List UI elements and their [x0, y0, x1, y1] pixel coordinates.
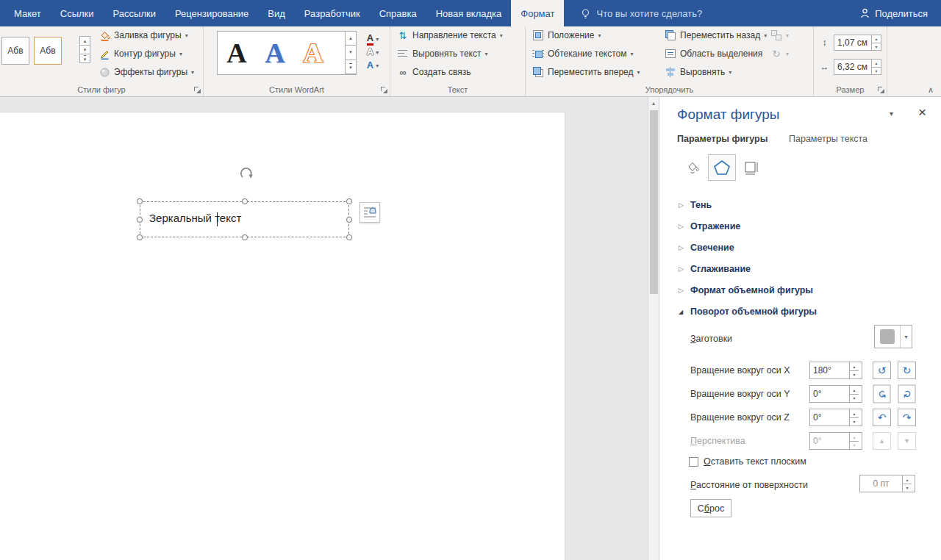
- spinner-up-icon[interactable]: ▴: [850, 386, 859, 394]
- section-soft-edges[interactable]: ▷ Сглаживание: [659, 259, 941, 279]
- resize-handle-top-right[interactable]: [346, 198, 352, 204]
- y-rotate-up-button[interactable]: ↺: [873, 385, 891, 403]
- spinner-down-icon[interactable]: ▾: [872, 67, 881, 75]
- gallery-more-button[interactable]: ▾: [346, 60, 356, 74]
- height-spinner[interactable]: ▴ ▾: [871, 35, 881, 50]
- tab-help[interactable]: Справка: [370, 0, 426, 26]
- resize-handle-bottom-left[interactable]: [137, 234, 143, 240]
- spinner-up-icon[interactable]: ▴: [903, 475, 912, 484]
- text-fill-button[interactable]: А ▾: [360, 32, 385, 46]
- tab-review[interactable]: Рецензирование: [165, 0, 258, 26]
- rotate-handle-icon[interactable]: [238, 165, 254, 182]
- tab-shape-options[interactable]: Параметры фигуры: [677, 134, 768, 144]
- shape-width-input[interactable]: [834, 60, 871, 74]
- tab-layout[interactable]: Макет: [4, 0, 51, 26]
- spinner-down-icon[interactable]: ▾: [903, 484, 912, 492]
- x-rotate-right-button[interactable]: ↻: [898, 362, 916, 379]
- collapse-ribbon-button[interactable]: ∧: [928, 85, 934, 95]
- wrap-text-button[interactable]: Обтекание текстом ▾: [530, 46, 636, 61]
- tab-view[interactable]: Вид: [258, 0, 295, 26]
- dialog-launcher-icon[interactable]: [380, 86, 387, 93]
- bring-forward-button[interactable]: Переместить вперед ▾: [530, 65, 643, 79]
- document-page[interactable]: Зеркальный текст: [0, 112, 565, 560]
- z-rotation-field[interactable]: ▴ ▾: [809, 409, 862, 426]
- wordart-style-2[interactable]: А: [256, 32, 294, 73]
- resize-handle-top-center[interactable]: [242, 198, 248, 204]
- vertical-scrollbar[interactable]: ▲: [648, 97, 659, 560]
- section-reflection[interactable]: ▷ Отражение: [659, 216, 941, 237]
- selected-textbox[interactable]: Зеркальный текст: [140, 201, 349, 237]
- fill-line-icon-button[interactable]: [679, 154, 706, 181]
- textbox-text[interactable]: Зеркальный текст: [149, 212, 241, 224]
- distance-field[interactable]: ▴ ▾: [859, 475, 915, 492]
- z-rotation-spinner[interactable]: ▴ ▾: [849, 409, 859, 426]
- x-rotation-spinner[interactable]: ▴ ▾: [849, 362, 859, 378]
- y-rotation-input[interactable]: [810, 386, 849, 402]
- tab-references[interactable]: Ссылки: [51, 0, 104, 26]
- spinner-up-icon[interactable]: ▴: [850, 362, 859, 370]
- scrollbar-thumb[interactable]: [650, 110, 658, 294]
- spinner-down-icon[interactable]: ▾: [850, 394, 859, 403]
- section-shadow[interactable]: ▷ Тень: [659, 195, 941, 215]
- z-rotation-input[interactable]: [810, 409, 849, 426]
- section-glow[interactable]: ▷ Свечение: [659, 237, 941, 258]
- z-rotate-cw-button[interactable]: ↷: [898, 409, 916, 426]
- share-button[interactable]: Поделиться: [846, 0, 941, 26]
- spinner-up-icon[interactable]: ▴: [872, 35, 881, 43]
- align-objects-button[interactable]: Выровнять ▾: [662, 65, 734, 79]
- gallery-scroll-up-button[interactable]: ▴: [346, 32, 356, 46]
- text-outline-button[interactable]: А ▾: [360, 46, 385, 59]
- shape-effects-button[interactable]: Эффекты фигуры ▾: [97, 65, 196, 79]
- tab-new-tab[interactable]: Новая вкладка: [426, 0, 512, 26]
- resize-handle-middle-left[interactable]: [137, 217, 143, 223]
- wordart-style-1[interactable]: А: [218, 32, 256, 73]
- shape-height-input[interactable]: [834, 35, 871, 50]
- x-rotate-left-button[interactable]: ↺: [873, 362, 891, 379]
- spinner-up-icon[interactable]: ▴: [872, 60, 881, 67]
- dialog-launcher-icon[interactable]: [193, 86, 201, 93]
- resize-handle-middle-right[interactable]: [346, 217, 352, 223]
- shape-outline-button[interactable]: Контур фигуры ▾: [97, 46, 185, 61]
- shape-style-preset-1[interactable]: Абв: [1, 37, 29, 65]
- z-rotate-ccw-button[interactable]: ↶: [873, 409, 891, 426]
- gallery-scroll-down-button[interactable]: ▾: [346, 46, 356, 60]
- resize-handle-bottom-center[interactable]: [242, 234, 248, 240]
- tell-me-search[interactable]: Что вы хотите сделать?: [580, 0, 702, 26]
- tab-mailings[interactable]: Рассылки: [104, 0, 165, 26]
- spinner-down-icon[interactable]: ▾: [872, 43, 881, 51]
- tab-developer[interactable]: Разработчик: [295, 0, 370, 26]
- width-spinner[interactable]: ▴ ▾: [871, 60, 881, 74]
- section-3d-rotation[interactable]: ◢ Поворот объемной фигуры: [659, 301, 941, 322]
- shape-width-field[interactable]: ▴ ▾: [834, 59, 881, 75]
- gallery-more-button[interactable]: ▾: [79, 54, 90, 63]
- pane-menu-icon[interactable]: ▾: [890, 110, 893, 118]
- dialog-launcher-icon[interactable]: [877, 86, 884, 93]
- reset-button[interactable]: Сброс: [690, 499, 731, 517]
- align-text-button[interactable]: Выровнять текст ▾: [395, 46, 490, 61]
- spinner-down-icon[interactable]: ▾: [850, 370, 859, 379]
- presets-dropdown[interactable]: ▾: [874, 325, 912, 348]
- send-backward-button[interactable]: Переместить назад ▾: [662, 28, 769, 43]
- y-rotation-spinner[interactable]: ▴ ▾: [849, 386, 859, 402]
- scroll-up-icon[interactable]: ▲: [648, 97, 659, 109]
- resize-handle-bottom-right[interactable]: [346, 234, 352, 240]
- position-button[interactable]: Положение ▾: [530, 28, 603, 43]
- text-effects-button[interactable]: А ▾: [360, 59, 385, 72]
- spinner-down-icon[interactable]: ▾: [850, 417, 859, 426]
- effects-icon-button[interactable]: [708, 154, 736, 181]
- spinner-up-icon[interactable]: ▴: [850, 409, 859, 417]
- layout-options-button[interactable]: [359, 202, 380, 223]
- shape-style-preset-2[interactable]: Абв: [34, 37, 62, 65]
- wordart-style-3[interactable]: А: [294, 32, 332, 73]
- tab-text-options[interactable]: Параметры текста: [789, 134, 867, 144]
- distance-input[interactable]: [860, 475, 902, 492]
- resize-handle-top-left[interactable]: [137, 198, 143, 204]
- selection-pane-button[interactable]: Область выделения: [662, 46, 765, 61]
- shape-fill-button[interactable]: Заливка фигуры ▾: [97, 28, 190, 43]
- layout-properties-icon-button[interactable]: [737, 154, 765, 181]
- x-rotation-input[interactable]: [810, 362, 849, 378]
- y-rotate-down-button[interactable]: ↻: [898, 385, 916, 403]
- y-rotation-field[interactable]: ▴ ▾: [809, 385, 862, 403]
- tab-format[interactable]: Формат: [511, 0, 564, 26]
- x-rotation-field[interactable]: ▴ ▾: [809, 362, 862, 379]
